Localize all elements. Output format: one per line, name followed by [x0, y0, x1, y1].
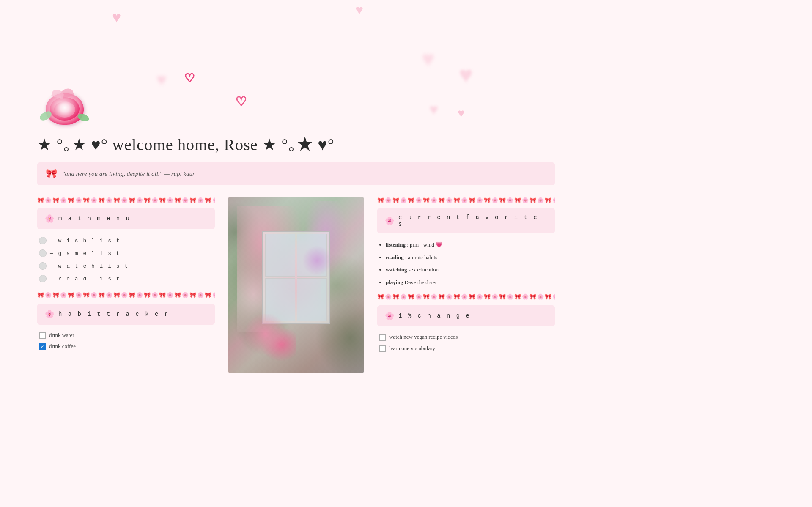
habit-checkbox-coffee[interactable]: ✓	[39, 343, 46, 350]
center-column	[228, 197, 364, 373]
main-content: ★ °｡★ ♥° welcome home, Rose ★ °｡★ ♥° 🎀 "…	[0, 0, 592, 390]
deco-border-top-right: 🎀🌸🎀🌸🎀🌸🎀🌸🎀🌸🎀🌸🎀🌸🎀🌸🎀🌸🎀🌸🎀🌸🎀🌸🎀🌸🎀🌸🎀🌸	[377, 197, 555, 204]
habit-tracker-card: 🌸 h a b i t t r a c k e r	[37, 304, 215, 325]
change-checkbox-vocabulary[interactable]	[379, 345, 386, 352]
habit-tracker-title: h a b i t t r a c k e r	[58, 311, 169, 318]
favorites-title: c u r r e n t f a v o r i t e s	[398, 214, 547, 227]
change-item-vocabulary[interactable]: learn one vocabulary	[377, 343, 555, 354]
main-menu-list: — w i s h l i s t — g a m e l i s t — w …	[37, 234, 215, 285]
deco-border-top-left: 🎀🌸🎀🌸🎀🌸🎀🌸🎀🌸🎀🌸🎀🌸🎀🌸🎀🌸🎀🌸🎀🌸🎀🌸🎀🌸🎀🌸🎀🌸	[37, 197, 215, 204]
change-list: watch new vegan recipe videos learn one …	[377, 332, 555, 354]
quote-box: 🎀 "and here you are living, despite it a…	[37, 162, 555, 185]
deco-border-bottom-left: 🎀🌸🎀🌸🎀🌸🎀🌸🎀🌸🎀🌸🎀🌸🎀🌸🎀🌸🎀🌸🎀🌸🎀🌸🎀🌸🎀🌸🎀🌸	[37, 292, 215, 299]
one-percent-title: 1 % c h a n g e	[398, 312, 471, 319]
menu-item-wishlist[interactable]: — w i s h l i s t	[37, 234, 215, 247]
menu-circle-gamelist	[39, 249, 47, 257]
menu-item-gamelist[interactable]: — g a m e l i s t	[37, 247, 215, 260]
quote-bow-icon: 🎀	[46, 168, 57, 179]
habit-list: drink water ✓ drink coffee	[37, 330, 215, 352]
menu-item-watchlist[interactable]: — w a t c h l i s t	[37, 260, 215, 272]
menu-circle-watchlist	[39, 262, 47, 270]
current-favorites-card: 🌸 c u r r e n t f a v o r i t e s	[377, 208, 555, 233]
one-percent-change-card: 🌸 1 % c h a n g e	[377, 305, 555, 326]
favorites-list: listening : prm - wind 💗 reading : atomi…	[377, 238, 555, 288]
menu-circle-wishlist	[39, 237, 47, 244]
left-column: 🎀🌸🎀🌸🎀🌸🎀🌸🎀🌸🎀🌸🎀🌸🎀🌸🎀🌸🎀🌸🎀🌸🎀🌸🎀🌸🎀🌸🎀🌸 🌸 m a i n…	[37, 197, 215, 373]
menu-item-readlist[interactable]: — r e a d l i s t	[37, 272, 215, 285]
change-checkbox-vegan[interactable]	[379, 334, 386, 341]
favorites-item-playing: playing Dave the diver	[386, 276, 555, 289]
right-column: 🎀🌸🎀🌸🎀🌸🎀🌸🎀🌸🎀🌸🎀🌸🎀🌸🎀🌸🎀🌸🎀🌸🎀🌸🎀🌸🎀🌸🎀🌸 🌸 c u r r…	[377, 197, 555, 373]
habit-tracker-icon: 🌸	[45, 310, 54, 319]
favorites-item-watching: watching sex education	[386, 263, 555, 276]
deco-border-bottom-right: 🎀🌸🎀🌸🎀🌸🎀🌸🎀🌸🎀🌸🎀🌸🎀🌸🎀🌸🎀🌸🎀🌸🎀🌸🎀🌸🎀🌸🎀🌸	[377, 293, 555, 300]
welcome-title: ★ °｡★ ♥° welcome home, Rose ★ °｡★ ♥°	[37, 135, 555, 154]
main-menu-icon: 🌸	[45, 214, 54, 223]
one-percent-icon: 🌸	[385, 311, 394, 321]
favorites-item-listening: listening : prm - wind 💗	[386, 238, 555, 251]
habit-checkbox-water[interactable]	[39, 332, 46, 339]
main-menu-title: m a i n m e n u	[58, 215, 131, 222]
main-menu-card: 🌸 m a i n m e n u	[37, 208, 215, 229]
menu-circle-readlist	[39, 275, 47, 282]
habit-item-drink-water[interactable]: drink water	[37, 330, 215, 341]
favorites-icon: 🌸	[385, 216, 394, 225]
quote-text: "and here you are living, despite it all…	[62, 170, 195, 178]
favorites-item-reading: reading : atomic habits	[386, 251, 555, 264]
three-column-layout: 🎀🌸🎀🌸🎀🌸🎀🌸🎀🌸🎀🌸🎀🌸🎀🌸🎀🌸🎀🌸🎀🌸🎀🌸🎀🌸🎀🌸🎀🌸 🌸 m a i n…	[37, 197, 555, 373]
habit-item-drink-coffee[interactable]: ✓ drink coffee	[37, 341, 215, 352]
center-photo	[228, 197, 364, 373]
change-item-vegan[interactable]: watch new vegan recipe videos	[377, 332, 555, 343]
